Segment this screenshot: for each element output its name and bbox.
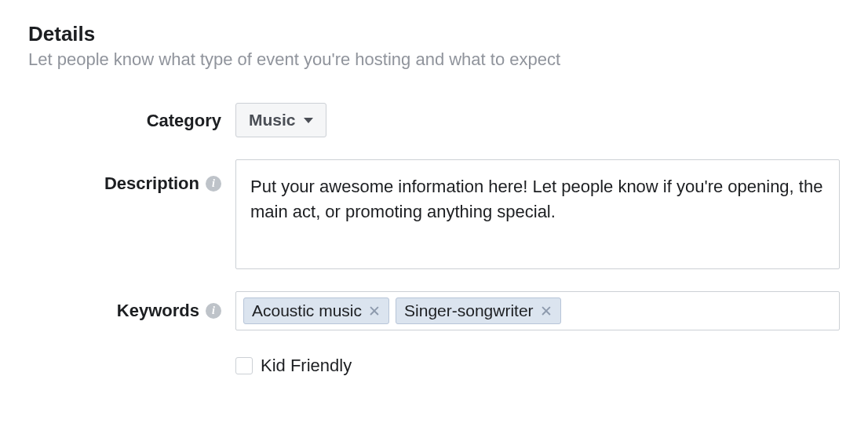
keywords-label-col: Keywords i [28,291,235,321]
description-label: Description [104,173,199,194]
remove-tag-icon[interactable]: ✕ [540,304,553,319]
kidfriendly-label: Kid Friendly [261,356,352,376]
keywords-label: Keywords [117,301,199,321]
keyword-tag: Acoustic music ✕ [243,297,389,324]
keyword-tag: Singer-songwriter ✕ [396,297,561,324]
description-control-col: Put your awesome information here! Let p… [235,159,840,269]
category-dropdown[interactable]: Music [235,103,326,137]
keywords-control-col: Acoustic music ✕ Singer-songwriter ✕ [235,291,840,330]
keyword-tag-label: Singer-songwriter [404,301,534,320]
kidfriendly-row: Kid Friendly [28,352,840,376]
keywords-input[interactable]: Acoustic music ✕ Singer-songwriter ✕ [235,291,840,330]
details-section: Details Let people know what type of eve… [28,22,840,376]
kidfriendly-checkbox-row: Kid Friendly [235,356,840,376]
kidfriendly-checkbox[interactable] [235,357,253,374]
category-label-col: Category [28,103,235,131]
section-title: Details [28,22,840,46]
remove-tag-icon[interactable]: ✕ [368,304,381,319]
kidfriendly-label-col [28,352,235,359]
description-label-col: Description i [28,159,235,194]
info-icon[interactable]: i [206,176,221,192]
section-subtitle: Let people know what type of event you'r… [28,49,840,70]
caret-down-icon [304,118,313,123]
category-selected: Music [249,111,296,130]
category-label: Category [147,111,221,131]
description-textarea[interactable]: Put your awesome information here! Let p… [235,159,840,269]
category-control-col: Music [235,103,840,137]
category-row: Category Music [28,103,840,137]
keyword-tag-label: Acoustic music [252,301,362,320]
description-row: Description i Put your awesome informati… [28,159,840,269]
info-icon[interactable]: i [206,303,221,319]
keywords-row: Keywords i Acoustic music ✕ Singer-songw… [28,291,840,330]
kidfriendly-control-col: Kid Friendly [235,352,840,376]
